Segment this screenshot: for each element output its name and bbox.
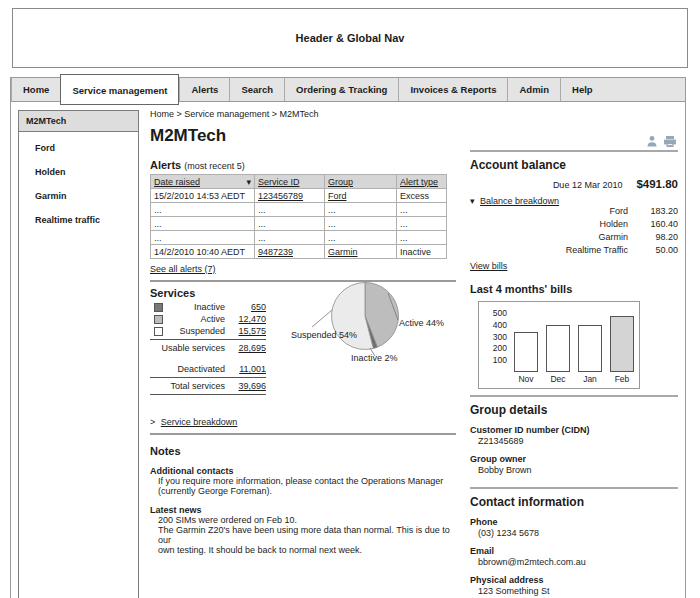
divider-account-top xyxy=(470,150,678,152)
user-icon[interactable] xyxy=(646,135,659,148)
alert-date: ... xyxy=(151,203,255,217)
services-count-active[interactable]: 12,470 xyxy=(232,314,266,324)
alert-type: ... xyxy=(397,217,447,231)
bar-chart-ytick: 100 xyxy=(483,355,507,365)
alerts-col-service-id[interactable]: Service ID xyxy=(255,175,325,189)
note-line: The Garmin Z20's have been using more da… xyxy=(150,525,456,545)
see-all-alerts-label[interactable]: See all alerts (7) xyxy=(150,264,216,274)
alert-row: ............ xyxy=(151,217,447,231)
view-bills-link[interactable]: View bills xyxy=(470,261,678,271)
tab-alerts[interactable]: Alerts xyxy=(179,78,229,101)
breadcrumb-m2mtech[interactable]: M2MTech xyxy=(280,109,319,119)
breadcrumb-service-management[interactable]: Service management xyxy=(184,109,269,119)
tab-invoices-reports[interactable]: Invoices & Reports xyxy=(398,78,507,101)
note-section-additional-contacts: Additional contacts xyxy=(150,466,456,476)
field-customer-id-number-cidn: Customer ID number (CIDN)Z21345689 xyxy=(470,425,678,446)
note-line: 200 SIMs were ordered on Feb 10. xyxy=(150,515,456,525)
services-legend-row-inactive: Inactive650 xyxy=(150,301,266,313)
field-label-email: Email xyxy=(470,546,678,556)
chevron-right-icon: > xyxy=(150,417,155,427)
breadcrumb-home[interactable]: Home xyxy=(150,109,174,119)
tab-search[interactable]: Search xyxy=(229,78,284,101)
balance-row-realtime-traffic: Realtime Traffic50.00 xyxy=(470,245,678,258)
tab-service-management[interactable]: Service management xyxy=(60,74,179,105)
balance-value-realtime-traffic: 50.00 xyxy=(642,245,678,258)
global-header-title: Header & Global Nav xyxy=(296,32,405,44)
services-count-suspended[interactable]: 15,575 xyxy=(232,326,266,336)
sidebar-item-ford[interactable]: Ford xyxy=(19,143,138,153)
alert-group[interactable]: Garmin xyxy=(325,245,397,259)
services-count-deactivated[interactable]: 11,001 xyxy=(232,364,266,374)
service-breakdown-label[interactable]: Service breakdown xyxy=(161,417,238,427)
balance-breakdown-label[interactable]: Balance breakdown xyxy=(480,196,559,206)
alerts-subheading: (most recent 5) xyxy=(184,161,245,171)
legend-swatch-suspended xyxy=(154,327,163,336)
divider-group-details xyxy=(470,395,678,397)
alert-group[interactable]: Ford xyxy=(325,189,397,203)
balance-breakdown-toggle[interactable]: ▾ Balance breakdown xyxy=(470,196,678,206)
balance-breakdown-list: Ford183.20Holden160.40Garmin98.20Realtim… xyxy=(470,206,678,258)
balance-label-ford: Ford xyxy=(470,206,642,219)
services-count-total-services[interactable]: 39,696 xyxy=(232,381,266,391)
alert-date: 15/2/2010 14:53 AEDT xyxy=(151,189,255,203)
alert-group: ... xyxy=(325,217,397,231)
services-summary-row-deactivated: Deactivated11,001 xyxy=(150,363,266,375)
field-value-line: 123 Something St xyxy=(470,586,678,596)
sidebar-group-m2mtech[interactable]: M2MTech xyxy=(18,110,139,132)
bills-bar-chart: 500400300200100NovDecJanFeb xyxy=(478,301,640,389)
sidebar-item-garmin[interactable]: Garmin xyxy=(19,191,138,201)
bar-dec xyxy=(546,325,570,372)
alert-row: 15/2/2010 14:53 AEDT123456789FordExcess xyxy=(151,189,447,203)
services-summary-block: Inactive650Active12,470Suspended15,575Us… xyxy=(150,301,266,395)
group-details-fields: Customer ID number (CIDN)Z21345689Group … xyxy=(470,425,678,475)
bar-chart-ytick: 400 xyxy=(483,320,507,330)
tab-home[interactable]: Home xyxy=(11,78,60,101)
alert-group: ... xyxy=(325,231,397,245)
balance-label-realtime-traffic: Realtime Traffic xyxy=(470,245,642,258)
balance-label-garmin: Garmin xyxy=(470,232,642,245)
services-label-suspended: Suspended xyxy=(163,326,232,336)
services-summary-row-usable-services: Usable services28,695 xyxy=(150,339,266,354)
tab-admin[interactable]: Admin xyxy=(507,78,560,101)
tab-help[interactable]: Help xyxy=(560,78,604,101)
alerts-heading: Alerts (most recent 5) xyxy=(150,159,456,171)
page-border-left xyxy=(10,100,11,598)
balance-value-garmin: 98.20 xyxy=(642,232,678,245)
services-legend-row-active: Active12,470 xyxy=(150,313,266,325)
alert-service-id[interactable]: 123456789 xyxy=(255,189,325,203)
services-legend-row-suspended: Suspended15,575 xyxy=(150,325,266,337)
divider-services-notes xyxy=(150,433,456,435)
bar-jan xyxy=(578,325,602,372)
bar-label-nov: Nov xyxy=(510,374,542,384)
alerts-col-label: Date raised xyxy=(154,177,246,187)
global-header: Header & Global Nav xyxy=(12,8,688,68)
page-border-right xyxy=(685,100,686,598)
note-line: own testing. It should be back to normal… xyxy=(150,545,456,555)
alert-type: Inactive xyxy=(397,245,447,259)
sidebar-item-realtime-traffic[interactable]: Realtime traffic xyxy=(19,215,138,225)
field-value-line: Z21345689 xyxy=(470,436,678,446)
see-all-alerts-link[interactable]: See all alerts (7) xyxy=(150,264,456,274)
due-date-label: Due 12 Mar 2010 xyxy=(553,180,623,190)
services-count-inactive[interactable]: 650 xyxy=(232,302,266,312)
print-icon[interactable] xyxy=(663,135,677,148)
service-breakdown-link[interactable]: > Service breakdown xyxy=(150,417,456,427)
alerts-col-date-raised[interactable]: Date raised▾ xyxy=(151,175,255,189)
alert-service-id: ... xyxy=(255,231,325,245)
services-count-usable-services[interactable]: 28,695 xyxy=(232,343,266,353)
alert-row: ............ xyxy=(151,203,447,217)
view-bills-label[interactable]: View bills xyxy=(470,261,507,271)
alerts-col-group[interactable]: Group xyxy=(325,175,397,189)
alert-row: 14/2/2010 10:40 AEDT9487239GarminInactiv… xyxy=(151,245,447,259)
alerts-col-alert-type[interactable]: Alert type xyxy=(397,175,447,189)
field-value-line: Bobby Brown xyxy=(470,465,678,475)
tab-ordering-tracking[interactable]: Ordering & Tracking xyxy=(284,78,398,101)
alert-date: ... xyxy=(151,217,255,231)
note-section-latest-news: Latest news xyxy=(150,505,456,515)
group-details-heading: Group details xyxy=(470,403,678,417)
tab-bar: HomeService managementAlertsSearchOrderi… xyxy=(10,77,686,102)
sidebar-item-holden[interactable]: Holden xyxy=(19,167,138,177)
alert-service-id[interactable]: 9487239 xyxy=(255,245,325,259)
account-due-row: Due 12 Mar 2010 $491.80 xyxy=(470,178,678,190)
alert-service-id: ... xyxy=(255,217,325,231)
